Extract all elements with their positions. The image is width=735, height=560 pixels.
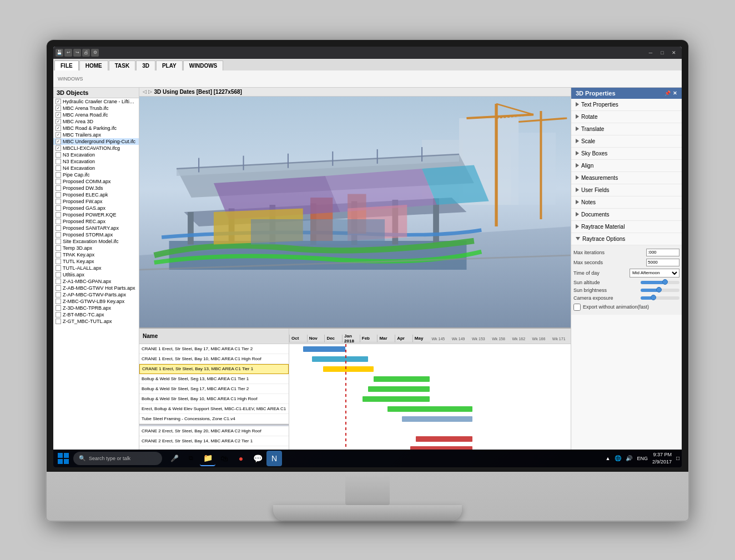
- sidebar-checkbox[interactable]: [56, 305, 61, 311]
- gantt-row[interactable]: CRANE 2 Erect, Str Steel, Bay 14, MBC AR…: [139, 436, 289, 446]
- gantt-row[interactable]: CRANE 1 Erect, Str Steel, Bay 17, MBC AR…: [139, 344, 289, 354]
- sidebar-item[interactable]: ✓MBC Underground Piping-Cut.ifc: [53, 138, 139, 145]
- sidebar-item[interactable]: Utltiis.apx: [53, 271, 139, 278]
- sun-altitude-thumb[interactable]: [662, 279, 668, 285]
- sidebar-checkbox[interactable]: [56, 265, 61, 271]
- sidebar-checkbox[interactable]: [56, 312, 61, 317]
- sidebar-item[interactable]: Z-A1-MBC-GPAN.apx: [53, 278, 139, 285]
- camera-exposure-slider[interactable]: [641, 296, 679, 300]
- sidebar-checkbox[interactable]: [56, 225, 61, 231]
- sidebar-checkbox[interactable]: [56, 279, 61, 284]
- export-animation-checkbox[interactable]: [573, 304, 581, 311]
- sidebar-item[interactable]: Site Excavation Model.ifc: [53, 238, 139, 245]
- sidebar-item[interactable]: ✓MBC Area 3D: [53, 118, 139, 125]
- sidebar-checkbox[interactable]: ✓: [56, 112, 61, 118]
- sidebar-item[interactable]: N3 Excavation: [53, 158, 139, 165]
- sidebar-checkbox[interactable]: ✓: [56, 145, 61, 151]
- sidebar-checkbox[interactable]: [56, 152, 61, 158]
- sidebar-checkbox[interactable]: [56, 205, 61, 211]
- gantt-bar[interactable]: [402, 416, 472, 422]
- time-of-day-select[interactable]: Mid Afternoon: [630, 269, 679, 278]
- settings-icon[interactable]: ⚙: [91, 49, 99, 57]
- minimize-button[interactable]: ─: [645, 48, 656, 57]
- sidebar-item[interactable]: Z-BT-MBC-TC.apx: [53, 311, 139, 318]
- sidebar-checkbox[interactable]: [56, 299, 61, 304]
- sidebar-item[interactable]: Z-AP-MBC-GTWV-Parts.apx: [53, 291, 139, 298]
- sidebar-checkbox[interactable]: [56, 192, 61, 198]
- tab-3d[interactable]: 3D: [136, 60, 155, 70]
- sidebar-item[interactable]: ✓MBCLI-EXCAVATION.ifcg: [53, 145, 139, 152]
- gantt-bar[interactable]: [323, 366, 374, 372]
- sidebar-item[interactable]: ✓MBC Arena Road.ifc: [53, 112, 139, 118]
- gantt-row[interactable]: Tube Steel Framing - Concessions, Zone C…: [139, 414, 289, 424]
- taskbar-network-icon[interactable]: 🌐: [615, 455, 621, 461]
- sidebar-checkbox[interactable]: [56, 199, 61, 204]
- panel-section-raytrace-options[interactable]: Raytrace Options: [571, 233, 682, 245]
- sidebar-checkbox[interactable]: [56, 165, 61, 171]
- sidebar-item[interactable]: Proposed STORM.apx: [53, 231, 139, 238]
- sidebar-checkbox[interactable]: [56, 319, 61, 324]
- gantt-bar[interactable]: [374, 376, 430, 382]
- taskbar-chrome-icon[interactable]: ●: [233, 451, 249, 466]
- sidebar-item[interactable]: TUTL Key.apx: [53, 258, 139, 265]
- panel-section-translate[interactable]: Translate: [571, 123, 682, 135]
- maximize-button[interactable]: □: [657, 48, 668, 57]
- undo-icon[interactable]: ↩: [64, 49, 72, 57]
- sidebar-checkbox[interactable]: ✓: [56, 119, 61, 124]
- tab-windows[interactable]: WINDOWS: [183, 60, 224, 70]
- panel-section-user-fields[interactable]: User Fields: [571, 184, 682, 196]
- sidebar-item[interactable]: Z-AB-MBC-GTWV Hot Parts.apx: [53, 285, 139, 291]
- sidebar-checkbox[interactable]: [56, 212, 61, 218]
- sidebar-item[interactable]: ✓MBC Trailers.apx: [53, 132, 139, 138]
- sidebar-item[interactable]: Z-GT_MBC-TUTL.apx: [53, 318, 139, 325]
- sidebar-checkbox[interactable]: [56, 159, 61, 164]
- panel-section-scale[interactable]: Scale: [571, 135, 682, 148]
- sidebar-checkbox[interactable]: [56, 252, 61, 258]
- sidebar-list[interactable]: ✓Hydraulic Crawler Crane - Lifting Job.d…: [53, 98, 139, 450]
- gantt-bar[interactable]: [312, 356, 368, 362]
- tab-play[interactable]: PLAY: [156, 60, 183, 70]
- sidebar-item[interactable]: ✓MBC Arena Trusb.ifc: [53, 105, 139, 112]
- taskbar-search-box[interactable]: 🔍 Search type or talk: [73, 452, 162, 465]
- tab-file[interactable]: FILE: [54, 60, 79, 70]
- start-button[interactable]: [56, 451, 71, 466]
- sidebar-checkbox[interactable]: ✓: [56, 132, 61, 138]
- print-icon[interactable]: 🖨: [82, 49, 90, 57]
- panel-pin-icon[interactable]: 📌: [664, 90, 671, 96]
- panel-section-rotate[interactable]: Rotate: [571, 111, 682, 123]
- sidebar-checkbox[interactable]: ✓: [56, 125, 61, 131]
- sun-brightness-thumb[interactable]: [656, 287, 662, 292]
- close-button[interactable]: ✕: [668, 48, 679, 57]
- gantt-row[interactable]: Boltup & Weld Str Steel, Bay 10, MBC ARE…: [139, 394, 289, 404]
- gantt-row[interactable]: Boltup & Weld Str Steel, Seg 17, MBC ARE…: [139, 384, 289, 394]
- taskbar-app-icon[interactable]: N: [266, 451, 282, 466]
- gantt-row[interactable]: CRANE 2 Erect, Str Steel, Bay 20, MBC AR…: [139, 426, 289, 436]
- sidebar-item[interactable]: Proposed POWER.KQE: [53, 211, 139, 218]
- sidebar-item[interactable]: Temp 3D.apx: [53, 245, 139, 251]
- sidebar-checkbox[interactable]: [56, 285, 61, 291]
- redo-icon[interactable]: ↪: [73, 49, 81, 57]
- taskbar-cortana-icon[interactable]: 🎤: [167, 451, 182, 466]
- sidebar-item[interactable]: Proposed GAS.apx: [53, 205, 139, 211]
- sidebar-checkbox[interactable]: [56, 245, 61, 251]
- taskbar-explorer-icon[interactable]: 📁: [200, 451, 215, 466]
- sidebar-item[interactable]: Proposed ELEC.apk: [53, 191, 139, 198]
- sidebar-checkbox[interactable]: [56, 172, 61, 178]
- gantt-bar[interactable]: [363, 396, 430, 402]
- taskbar-volume-icon[interactable]: 🔊: [626, 455, 632, 461]
- sidebar-checkbox[interactable]: [56, 185, 61, 191]
- panel-close-icon[interactable]: ✕: [673, 90, 677, 96]
- sidebar-checkbox[interactable]: [56, 179, 61, 184]
- sidebar-checkbox[interactable]: [56, 292, 61, 297]
- taskbar-clock[interactable]: 9:37 PM 2/9/2017: [652, 451, 672, 465]
- panel-section-sky-boxes[interactable]: Sky Boxes: [571, 148, 682, 160]
- panel-section-notes[interactable]: Notes: [571, 196, 682, 209]
- sidebar-item[interactable]: Pipe Cap.ifc: [53, 171, 139, 178]
- save-icon[interactable]: 💾: [56, 49, 63, 57]
- sidebar-item[interactable]: N3 Excavation: [53, 152, 139, 158]
- taskbar-store-icon[interactable]: 🛍: [217, 451, 232, 466]
- taskbar-show-desktop-icon[interactable]: □: [676, 455, 679, 461]
- panel-section-text-properties[interactable]: Text Properties: [571, 99, 682, 111]
- gantt-row[interactable]: CRANE 1 Erect, Str Steel, Bay 13, MBC AR…: [139, 364, 289, 374]
- max-iterations-input[interactable]: [646, 249, 679, 256]
